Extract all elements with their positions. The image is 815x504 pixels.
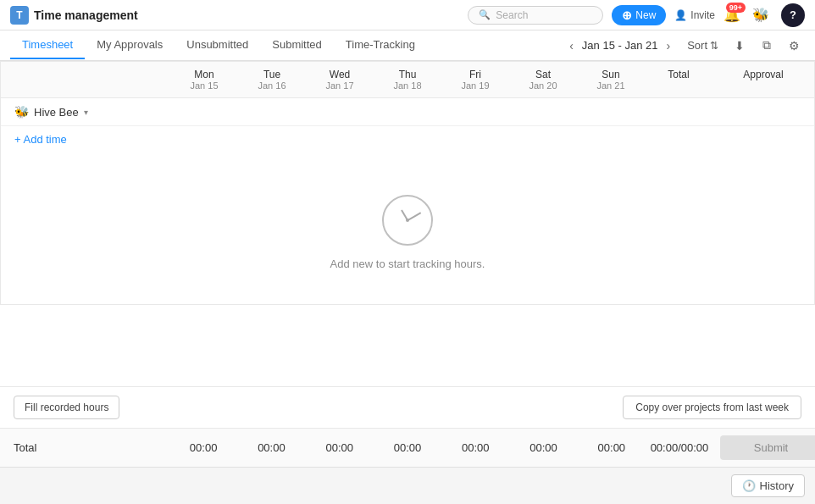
history-clock-icon: 🕐 xyxy=(742,479,756,492)
help-label: ? xyxy=(790,8,796,21)
header-thu: Thu Jan 18 xyxy=(374,69,441,91)
toolbar-icons: Sort ⇅ ⬇ ⧉ ⚙ xyxy=(682,35,805,57)
tab-timesheet[interactable]: Timesheet xyxy=(10,31,85,59)
new-label: New xyxy=(635,9,656,21)
empty-state: Add new to start tracking hours. xyxy=(1,152,814,304)
total-label: Total xyxy=(0,441,169,454)
fill-recorded-hours-button[interactable]: Fill recorded hours xyxy=(14,396,119,419)
bottom-actions: Fill recorded hours Copy over projects f… xyxy=(0,386,815,428)
app-title: Time management xyxy=(34,8,138,22)
download-button[interactable]: ⬇ xyxy=(729,35,751,57)
total-sat: 00:00 xyxy=(509,441,577,454)
total-tue: 00:00 xyxy=(237,441,305,454)
header-fri: Fri Jan 19 xyxy=(441,69,509,91)
header-sat: Sat Jan 20 xyxy=(509,69,577,91)
history-bar: 🕐 History xyxy=(0,467,815,504)
history-button[interactable]: 🕐 History xyxy=(731,474,805,497)
new-button[interactable]: ⊕ New xyxy=(612,5,666,25)
total-grand: 00:00/00:00 xyxy=(646,441,713,454)
next-week-button[interactable]: › xyxy=(663,39,674,53)
clock-center-dot xyxy=(406,219,409,222)
prev-week-button[interactable]: ‹ xyxy=(566,39,577,53)
header-approval: Approval xyxy=(712,69,814,91)
bee-icon-button[interactable]: 🐝 xyxy=(749,3,773,27)
copy-button[interactable]: ⧉ xyxy=(756,35,778,57)
search-bar[interactable]: 🔍 Search xyxy=(468,6,603,25)
user-cell[interactable]: 🐝 Hive Bee ▾ xyxy=(1,105,170,119)
header-tue: Tue Jan 16 xyxy=(238,69,306,91)
clock-minute-hand xyxy=(408,212,421,220)
sort-button[interactable]: Sort ⇅ xyxy=(682,36,724,54)
header-sun: Sun Jan 21 xyxy=(577,69,645,91)
content-area: Mon Jan 15 Tue Jan 16 Wed Jan 17 Thu Jan… xyxy=(0,61,815,386)
week-navigator: ‹ Jan 15 - Jan 21 › xyxy=(566,39,674,53)
total-mon: 00:00 xyxy=(169,441,237,454)
sort-icon: ⇅ xyxy=(710,40,718,52)
header-total: Total xyxy=(645,69,712,91)
header-name-col xyxy=(1,69,170,91)
total-row: Total 00:00 00:00 00:00 00:00 00:00 00:0… xyxy=(0,428,815,467)
total-wed: 00:00 xyxy=(306,441,374,454)
history-label: History xyxy=(760,479,794,492)
header-mon: Mon Jan 15 xyxy=(170,69,238,91)
app-logo-icon: T xyxy=(10,6,29,25)
total-fri: 00:00 xyxy=(441,441,509,454)
nav-bar: Timesheet My Approvals Unsubmitted Submi… xyxy=(0,30,815,61)
tab-submitted[interactable]: Submitted xyxy=(260,31,334,59)
sort-label: Sort xyxy=(687,39,707,52)
tab-my-approvals[interactable]: My Approvals xyxy=(85,31,175,59)
app-header: T Time management 🔍 Search ⊕ New 👤 Invit… xyxy=(0,0,815,30)
grid-header: Mon Jan 15 Tue Jan 16 Wed Jan 17 Thu Jan… xyxy=(1,62,814,98)
user-name: Hive Bee xyxy=(34,106,79,119)
notification-badge: 99+ xyxy=(726,3,746,13)
tab-time-tracking[interactable]: Time-Tracking xyxy=(334,31,427,59)
search-placeholder: Search xyxy=(496,9,528,21)
submit-button[interactable]: Submit xyxy=(720,435,815,460)
total-sun: 00:00 xyxy=(578,441,646,454)
header-wed: Wed Jan 17 xyxy=(306,69,374,91)
user-dropdown-arrow[interactable]: ▾ xyxy=(84,108,88,117)
empty-state-message: Add new to start tracking hours. xyxy=(330,258,485,270)
invite-button[interactable]: 👤 Invite xyxy=(674,9,715,21)
copy-projects-button[interactable]: Copy over projects from last week xyxy=(623,396,801,419)
add-time-link[interactable]: + Add time xyxy=(14,133,67,146)
help-button[interactable]: ? xyxy=(781,3,805,27)
week-range-label: Jan 15 - Jan 21 xyxy=(582,39,658,52)
timesheet-grid: Mon Jan 15 Tue Jan 16 Wed Jan 17 Thu Jan… xyxy=(0,61,815,305)
invite-label: Invite xyxy=(690,9,715,21)
user-row: 🐝 Hive Bee ▾ xyxy=(1,98,814,126)
new-plus-icon: ⊕ xyxy=(622,8,632,22)
person-icon: 👤 xyxy=(674,9,687,21)
user-bee-icon: 🐝 xyxy=(14,105,29,119)
submit-cell: Submit xyxy=(713,435,815,460)
add-time-row: + Add time xyxy=(1,126,814,152)
total-thu: 00:00 xyxy=(374,441,441,454)
notification-button[interactable]: 🔔 99+ xyxy=(724,7,740,23)
settings-button[interactable]: ⚙ xyxy=(783,35,805,57)
search-icon: 🔍 xyxy=(479,9,491,20)
clock-icon xyxy=(382,195,433,246)
app-logo: T Time management xyxy=(10,6,138,25)
tab-unsubmitted[interactable]: Unsubmitted xyxy=(175,31,260,59)
